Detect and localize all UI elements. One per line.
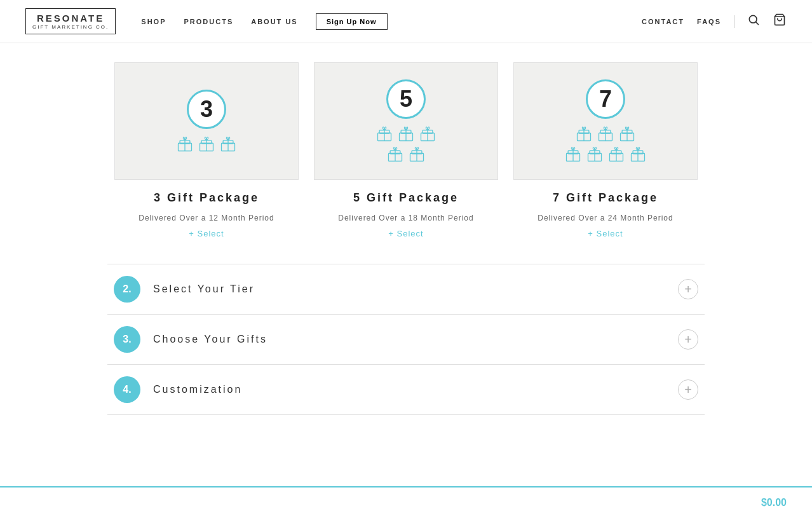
- nav-contact[interactable]: CONTACT: [642, 18, 684, 25]
- nav-shop[interactable]: SHOP: [141, 18, 166, 25]
- step-row-2[interactable]: 2. Select Your Tier +: [107, 264, 705, 315]
- header: RESONATE GIFT MARKETING CO. SHOP PRODUCT…: [0, 0, 812, 43]
- package-select-5[interactable]: + Select: [388, 229, 423, 238]
- gift-icon: [607, 146, 625, 163]
- gift-icons-row-5-bottom: [386, 146, 426, 163]
- step-label-3: Choose Your Gifts: [153, 334, 678, 345]
- package-image-5: 5: [314, 62, 498, 180]
- gift-icon: [386, 146, 404, 163]
- package-delivery-5: Delivered Over a 18 Month Period: [338, 214, 473, 222]
- package-title-7: 7 Gift Package: [553, 191, 658, 205]
- step-label-4: Customization: [153, 384, 678, 395]
- header-right: CONTACT FAQS: [642, 13, 787, 29]
- package-card-5: 5 5 Gift Package Delivered Over a 18 Mon…: [314, 62, 498, 238]
- gift-icon: [618, 125, 636, 143]
- gift-icons-row-5-top: [376, 125, 436, 143]
- package-number-7: 7: [586, 79, 625, 119]
- svg-line-1: [756, 22, 759, 25]
- gift-icons-row-7-bottom: [564, 146, 647, 163]
- gift-icon: [376, 125, 393, 143]
- signup-button[interactable]: Sign Up Now: [316, 13, 388, 30]
- package-select-3[interactable]: + Select: [189, 229, 224, 238]
- step-row-4[interactable]: 4. Customization +: [107, 365, 705, 415]
- package-number-3: 3: [187, 90, 226, 129]
- step-circle-3: 3.: [114, 326, 140, 353]
- main-nav: SHOP PRODUCTS ABOUT US Sign Up Now: [141, 13, 642, 30]
- package-select-7[interactable]: + Select: [588, 229, 623, 238]
- right-nav: CONTACT FAQS: [642, 18, 721, 25]
- gift-icon: [176, 135, 194, 153]
- gift-icon: [408, 146, 426, 163]
- step-row-3[interactable]: 3. Choose Your Gifts +: [107, 315, 705, 365]
- package-image-3: 3: [114, 62, 299, 180]
- step-toggle-4[interactable]: +: [678, 379, 698, 400]
- step-circle-2: 2.: [114, 276, 140, 303]
- gift-icon: [586, 146, 604, 163]
- gift-icons-row-3: [176, 135, 237, 153]
- cart-icon[interactable]: [773, 13, 787, 29]
- steps-section: 2. Select Your Tier + 3. Choose Your Gif…: [107, 264, 705, 415]
- package-image-7: 7: [513, 62, 698, 180]
- gift-icon: [419, 125, 436, 143]
- package-title-5: 5 Gift Package: [353, 191, 459, 205]
- package-card-7: 7 7 Gift Package Delivered: [513, 62, 698, 238]
- main-content: 3: [95, 43, 717, 415]
- step-label-2: Select Your Tier: [153, 283, 678, 295]
- package-delivery-7: Delivered Over a 24 Month Period: [538, 214, 673, 222]
- gift-icon: [219, 135, 237, 153]
- nav-faqs[interactable]: FAQS: [697, 18, 721, 25]
- nav-divider: [734, 15, 734, 28]
- svg-point-0: [749, 15, 757, 23]
- gift-icon: [198, 135, 215, 153]
- search-icon[interactable]: [747, 13, 760, 29]
- package-number-5: 5: [386, 79, 426, 119]
- gift-icon: [397, 125, 415, 143]
- gift-icon: [564, 146, 582, 163]
- step-circle-4: 4.: [114, 376, 140, 403]
- logo[interactable]: RESONATE GIFT MARKETING CO.: [25, 8, 116, 35]
- nav-products[interactable]: PRODUCTS: [184, 18, 234, 25]
- nav-about[interactable]: ABOUT US: [251, 18, 297, 25]
- package-delivery-3: Delivered Over a 12 Month Period: [139, 214, 274, 222]
- packages-row: 3: [107, 62, 705, 238]
- package-title-3: 3 Gift Package: [154, 191, 259, 205]
- logo-line1: RESONATE: [37, 13, 104, 24]
- step-toggle-2[interactable]: +: [678, 279, 698, 299]
- gift-icon: [575, 125, 593, 143]
- gift-icon: [629, 146, 647, 163]
- gift-icons-row-7-top: [575, 125, 636, 143]
- package-card-3: 3: [114, 62, 299, 238]
- gift-icon: [597, 125, 614, 143]
- step-toggle-3[interactable]: +: [678, 329, 698, 350]
- logo-line2: GIFT MARKETING CO.: [32, 24, 109, 31]
